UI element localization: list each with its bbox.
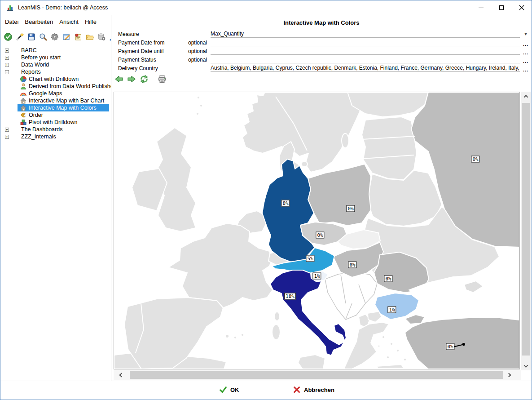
expand-icon[interactable]: +: [5, 56, 9, 60]
ellipsis-button[interactable]: ...: [520, 40, 532, 46]
vertical-scroll-thumb[interactable]: [522, 103, 530, 356]
menu-item-ansicht[interactable]: Ansicht: [59, 17, 82, 27]
notes-pin-icon: [74, 32, 83, 41]
tree-item-chart-with-drilldown[interactable]: Chart with Drilldown: [18, 76, 109, 83]
map-vertical-scrollbar[interactable]: [521, 92, 531, 370]
magic-wand-icon: [15, 32, 24, 41]
tree-item-interactive-map-with-bar-chart[interactable]: Interactive Map with Bar Chart: [18, 97, 109, 104]
dropdown-arrow-icon[interactable]: ▾: [520, 31, 532, 37]
refresh-button[interactable]: [139, 74, 149, 84]
minimize-button[interactable]: [471, 0, 491, 15]
menu-item-bearbeiten[interactable]: Bearbeiten: [25, 17, 57, 27]
tree-item-google-maps[interactable]: Google Maps: [18, 90, 109, 97]
expand-icon[interactable]: +: [5, 49, 9, 53]
expand-icon[interactable]: +: [5, 63, 9, 67]
edit-page-button[interactable]: [62, 32, 71, 41]
person-icon: [20, 83, 27, 90]
ellipsis-button[interactable]: ...: [520, 57, 532, 63]
tree-item-zzz-internals[interactable]: +ZZZ_Internals: [0, 133, 111, 140]
save-button[interactable]: [27, 32, 36, 41]
report-panel: Interactive Map with Colors MeasureMax_Q…: [111, 15, 532, 381]
map-label-bulgaria: 1%: [387, 307, 396, 313]
map-label-czech-republic: 0%: [316, 232, 324, 239]
field-value[interactable]: Austria, Belgium, Bulgaria, Cyprus, Czec…: [211, 65, 520, 72]
folder-button[interactable]: [85, 32, 94, 41]
field-label: Measure: [118, 31, 181, 37]
corsica: [274, 312, 280, 321]
pie-chart-icon: [20, 76, 27, 83]
map-label-italy: 18%: [284, 293, 296, 300]
tree-item-derived-from-data-world-publisher[interactable]: Derived from Data World Publisher: [18, 83, 109, 90]
search-button[interactable]: [39, 32, 48, 41]
tree-item-label: Google Maps: [29, 90, 64, 97]
map-horizontal-scrollbar[interactable]: [114, 370, 521, 380]
tree-item-pivot-with-drilldown[interactable]: Pivot with Drilldown: [18, 119, 109, 126]
ellipsis-button[interactable]: ...: [520, 65, 532, 71]
settings-gear-button[interactable]: [50, 32, 59, 41]
left-panel: DateiBearbeitenAnsichtHilfe +BARC+Before…: [0, 15, 111, 381]
tree-item-label: Interactive Map with Bar Chart: [29, 98, 106, 104]
forward-arrow-button[interactable]: [127, 74, 136, 84]
tree-item-label: Before you start: [21, 54, 62, 61]
cubes-icon: [20, 119, 27, 126]
house-icon: [20, 104, 27, 111]
menu-bar: DateiBearbeitenAnsichtHilfe: [0, 15, 111, 28]
map-label-turkey: 0%: [446, 343, 454, 350]
tree-item-label: Pivot with Drilldown: [29, 119, 79, 125]
scroll-up-button[interactable]: [521, 92, 531, 101]
back-arrow-button[interactable]: [114, 74, 124, 84]
tree-item-barc[interactable]: +BARC: [0, 47, 111, 54]
field-label: Payment Date until: [118, 48, 181, 54]
expand-icon[interactable]: +: [5, 128, 9, 132]
scroll-left-button[interactable]: [115, 370, 127, 380]
settings-gear-icon: [50, 32, 59, 41]
tree-item-the-dashboards[interactable]: +The Dashboards: [0, 126, 111, 133]
chevron-left-icon: [119, 373, 123, 378]
horizontal-scroll-thumb[interactable]: [130, 371, 503, 379]
minimize-icon: [479, 8, 484, 8]
collapse-icon[interactable]: -: [5, 70, 9, 74]
form-row-measure: MeasureMax_Quantity▾: [111, 30, 532, 38]
map-label-poland: 0%: [346, 205, 355, 212]
search-icon: [39, 32, 48, 41]
ok-button[interactable]: OK: [219, 386, 239, 394]
field-value[interactable]: [211, 39, 520, 46]
ok-circle-icon: [4, 32, 13, 41]
tree-item-order[interactable]: €Order: [18, 111, 109, 119]
database-icon: [97, 32, 106, 41]
tree-item-reports[interactable]: -Reports: [0, 68, 111, 76]
svg-text:€: €: [21, 111, 26, 119]
scroll-right-button[interactable]: [503, 370, 514, 380]
euro-icon: €: [20, 111, 27, 119]
ellipsis-button[interactable]: ...: [520, 48, 532, 54]
magic-wand-button[interactable]: [15, 32, 24, 41]
scroll-down-button[interactable]: [521, 361, 531, 370]
notes-pin-button[interactable]: [74, 32, 83, 41]
map-label-russia: 0%: [471, 156, 479, 163]
tree-item-before-you-start[interactable]: +Before you start: [0, 54, 111, 61]
navigation-tree: +BARC+Before you start+Data World-Report…: [0, 45, 111, 140]
chevron-right-icon: [506, 373, 511, 378]
chevron-up-icon: [524, 94, 528, 99]
sardinia: [272, 324, 280, 340]
tree-item-data-world[interactable]: +Data World: [0, 61, 111, 68]
database-button[interactable]: [97, 32, 106, 41]
field-value[interactable]: Max_Quantity: [211, 31, 520, 38]
field-value[interactable]: [211, 56, 520, 63]
menu-item-datei[interactable]: Datei: [5, 17, 22, 27]
menu-item-hilfe[interactable]: Hilfe: [85, 17, 100, 27]
cancel-button[interactable]: Abbrechen: [293, 386, 334, 394]
optional-flag: optional: [181, 40, 207, 46]
print-button[interactable]: [157, 74, 167, 84]
save-icon: [27, 32, 36, 41]
ok-label: OK: [230, 387, 239, 393]
tree-item-interactive-map-with-colors[interactable]: Interactive Map with Colors: [18, 104, 109, 111]
ok-circle-button[interactable]: [4, 32, 13, 41]
close-button[interactable]: [511, 0, 532, 15]
house-icon: [20, 97, 27, 104]
expand-icon[interactable]: +: [5, 135, 9, 139]
maximize-button[interactable]: [491, 0, 511, 15]
print-icon: [157, 74, 167, 84]
map-label-slovenia: 1%: [312, 273, 321, 280]
field-value[interactable]: [211, 48, 520, 55]
